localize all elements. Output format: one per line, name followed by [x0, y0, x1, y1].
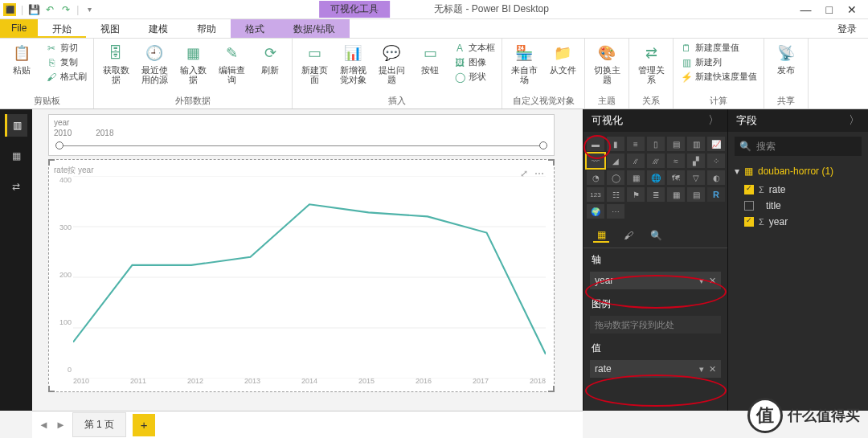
model-view-icon[interactable]: ⇄: [5, 175, 27, 198]
collapse-panel-icon[interactable]: 〉: [849, 113, 860, 128]
prev-page-icon[interactable]: ◄: [39, 419, 49, 431]
viz-table-icon[interactable]: ▦: [667, 187, 685, 202]
window-minimize-icon[interactable]: —: [800, 3, 812, 16]
file-menu[interactable]: File: [0, 19, 38, 38]
format-tab-icon[interactable]: 🖌: [620, 228, 637, 243]
new-quick-measure-button[interactable]: ⚡新建快速度量值: [680, 71, 757, 84]
viz-gauge-icon[interactable]: ◐: [707, 170, 725, 185]
tab-view[interactable]: 视图: [86, 19, 134, 38]
viz-donut-icon[interactable]: ◯: [607, 170, 624, 185]
format-painter-button[interactable]: 🖌格式刷: [45, 71, 87, 84]
image-button[interactable]: 🖼图像: [453, 56, 486, 69]
from-file-button[interactable]: 📁从文件: [547, 42, 578, 76]
viz-area-icon[interactable]: 〰: [587, 154, 604, 168]
remove-field-icon[interactable]: ✕: [709, 276, 716, 285]
add-page-button[interactable]: +: [133, 414, 155, 436]
viz-stacked-bar-icon[interactable]: ▬: [587, 137, 604, 151]
undo-icon[interactable]: ↶: [44, 4, 55, 15]
paste-button[interactable]: 📋粘贴: [6, 42, 37, 76]
new-measure-button[interactable]: 🗒新建度量值: [680, 42, 739, 55]
new-column-button[interactable]: ▥新建列: [680, 56, 722, 69]
table-header[interactable]: ▾ ▦ douban-horror (1): [728, 161, 868, 182]
field-row-year[interactable]: Σ year: [728, 214, 868, 230]
viz-matrix-icon[interactable]: ▤: [687, 187, 705, 202]
viz-combo2-icon[interactable]: ⫻: [647, 154, 665, 168]
viz-ribbon-icon[interactable]: ≈: [667, 154, 685, 168]
viz-kpi-icon[interactable]: ⚑: [627, 187, 645, 202]
viz-pie-icon[interactable]: ◔: [587, 170, 604, 185]
viz-line-icon[interactable]: 📈: [707, 137, 725, 151]
viz-treemap-icon[interactable]: ▦: [627, 170, 645, 185]
tab-format[interactable]: 格式: [231, 19, 279, 38]
viz-map-icon[interactable]: 🌐: [647, 170, 665, 185]
viz-filled-map-icon[interactable]: 🗺: [667, 170, 685, 185]
chevron-down-icon[interactable]: ▾: [699, 276, 704, 285]
remove-field-icon[interactable]: ✕: [709, 364, 716, 374]
viz-scatter-icon[interactable]: ⁘: [707, 154, 725, 168]
checkbox-icon[interactable]: [744, 217, 754, 227]
viz-multi-card-icon[interactable]: ☷: [607, 187, 624, 202]
fields-tab-icon[interactable]: ▦: [593, 228, 609, 243]
enter-data-button[interactable]: ▦输入数据: [178, 42, 208, 84]
recent-sources-button[interactable]: 🕘最近使用的源: [139, 42, 170, 84]
window-maximize-icon[interactable]: □: [826, 3, 833, 16]
get-data-button[interactable]: 🗄获取数据: [100, 42, 131, 84]
tab-modeling[interactable]: 建模: [134, 19, 182, 38]
viz-100-column-icon[interactable]: ▥: [687, 137, 705, 151]
viz-arcgis-icon[interactable]: 🌍: [587, 204, 604, 219]
viz-waterfall-icon[interactable]: ▞: [687, 154, 705, 168]
manage-relationships-button[interactable]: ⇄管理关系: [636, 42, 666, 84]
year-slicer[interactable]: year 2010 2018: [48, 114, 555, 156]
refresh-button[interactable]: ⟳刷新: [255, 42, 285, 76]
publish-button[interactable]: 📡发布: [771, 42, 801, 76]
tab-home[interactable]: 开始: [38, 19, 86, 38]
page-tab-1[interactable]: 第 1 页: [72, 412, 126, 437]
viz-stacked-area-icon[interactable]: ◢: [607, 154, 624, 168]
next-page-icon[interactable]: ►: [55, 419, 66, 431]
field-row-rate[interactable]: Σ rate: [728, 182, 868, 198]
axis-field-pill[interactable]: year ▾ ✕: [590, 272, 721, 289]
slicer-handle-left[interactable]: [55, 141, 63, 149]
switch-theme-button[interactable]: 🎨切换主题: [592, 42, 622, 84]
legend-well-placeholder[interactable]: 拖动数据字段到此处: [590, 316, 721, 334]
viz-slicer-icon[interactable]: ≣: [647, 187, 665, 202]
checkbox-icon[interactable]: [744, 185, 754, 194]
edit-queries-button[interactable]: ✎编辑查询: [216, 42, 247, 84]
viz-100-bar-icon[interactable]: ▤: [667, 137, 685, 151]
viz-clustered-column-icon[interactable]: ▯: [647, 137, 665, 151]
window-close-icon[interactable]: ✕: [847, 3, 857, 16]
chevron-down-icon[interactable]: ▾: [699, 364, 704, 374]
viz-r-icon[interactable]: R: [707, 187, 725, 202]
values-field-pill[interactable]: rate ▾ ✕: [590, 360, 721, 378]
tab-data-drill[interactable]: 数据/钻取: [279, 19, 349, 38]
checkbox-icon[interactable]: [744, 201, 754, 211]
tab-help[interactable]: 帮助: [182, 19, 231, 38]
slicer-handle-right[interactable]: [539, 141, 547, 149]
viz-import-icon[interactable]: ⋯: [607, 204, 624, 219]
viz-clustered-bar-icon[interactable]: ≡: [627, 137, 645, 151]
copy-button[interactable]: ⎘复制: [45, 56, 78, 69]
field-row-title[interactable]: title: [728, 198, 868, 214]
viz-combo1-icon[interactable]: ⫽: [627, 154, 645, 168]
line-chart-visual[interactable]: rate按 year ⤢ ⋯ 400 300 200 100 0: [48, 159, 555, 392]
textbox-button[interactable]: A文本框: [453, 42, 495, 55]
save-icon[interactable]: 💾: [28, 4, 39, 15]
redo-icon[interactable]: ↷: [60, 4, 72, 15]
buttons-button[interactable]: ▭按钮: [415, 42, 445, 76]
viz-stacked-column-icon[interactable]: ▮: [607, 137, 624, 151]
analytics-tab-icon[interactable]: 🔍: [648, 228, 664, 243]
qat-dropdown-icon[interactable]: ▾: [84, 4, 95, 15]
shapes-button[interactable]: ◯形状: [453, 71, 486, 84]
report-view-icon[interactable]: ▥: [5, 114, 27, 137]
cut-button[interactable]: ✂剪切: [45, 42, 78, 55]
data-view-icon[interactable]: ▦: [5, 145, 27, 167]
new-visual-button[interactable]: 📊新增视觉对象: [338, 42, 368, 84]
viz-card-icon[interactable]: 123: [587, 187, 604, 202]
login-link[interactable]: 登录: [826, 19, 868, 38]
ask-question-button[interactable]: 💬提出问题: [376, 42, 407, 84]
collapse-panel-icon[interactable]: 〉: [708, 113, 719, 128]
fields-search-input[interactable]: 🔍 搜索: [735, 137, 862, 156]
viz-funnel-icon[interactable]: ▽: [687, 170, 705, 185]
from-marketplace-button[interactable]: 🏪来自市场: [509, 42, 539, 84]
new-page-button[interactable]: ▭新建页面: [299, 42, 330, 84]
